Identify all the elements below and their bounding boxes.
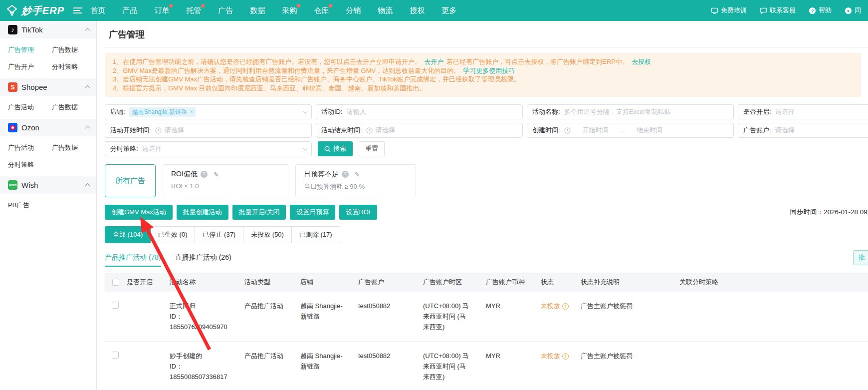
start-time-picker[interactable]: 活动开始时间: 请选择 bbox=[105, 123, 312, 138]
notice-line-1: 1、在使用广告管理功能之前，请确认您是否已经拥有广告账户。若没有，您可以点击去开… bbox=[113, 57, 853, 66]
nav-data[interactable]: 数据 bbox=[250, 6, 265, 15]
col-header-status-note: 状态补充说明 bbox=[581, 273, 679, 292]
status-tab-deleted[interactable]: 已删除 (17) bbox=[292, 226, 340, 243]
help-link[interactable]: ? 帮助 bbox=[809, 6, 832, 15]
create-gmv-max-button[interactable]: 创建GMV Max活动 bbox=[105, 205, 173, 220]
sync-link-clipped[interactable]: ♥ 同 bbox=[845, 6, 861, 15]
ozon-section-label: Ozon bbox=[21, 123, 82, 132]
range-separator: - bbox=[622, 127, 624, 134]
row-checkbox[interactable] bbox=[112, 302, 119, 309]
activity-id-input[interactable]: 活动ID: 请输入 bbox=[316, 104, 523, 119]
campaign-id-label: ID： bbox=[170, 363, 183, 370]
status-text: 未投放 bbox=[541, 351, 560, 361]
sidebar-section-tiktok[interactable]: ♪ TikTok bbox=[0, 21, 96, 38]
batch-toggle-button[interactable]: 批量开启/关闭 bbox=[232, 205, 286, 220]
filter-area: 店铺: 越南Shangjie-新链路× 活动ID: 请输入 活动名称: 多个用逗… bbox=[105, 104, 868, 138]
sidebar-section-ozon[interactable]: Ozon bbox=[0, 119, 96, 136]
svg-text:♥: ♥ bbox=[847, 8, 850, 13]
ad-account-filter[interactable]: 广告账户: 请选择 bbox=[738, 123, 868, 138]
campaign-id: 1855008507336817 bbox=[170, 372, 240, 382]
sync-time: 同步时间：2026-01-28 09:5 bbox=[790, 208, 868, 217]
notice-line-2: 2、GMV Max是最新的广告解决方案，通过同时利用自然流量和付费流量，来产生增… bbox=[113, 66, 853, 75]
nav-distribution[interactable]: 分销 bbox=[346, 6, 361, 15]
filter-row-3: 分时策略: 请选择 搜索 重置 bbox=[105, 141, 868, 156]
sync-label: 同 bbox=[855, 6, 861, 15]
nav-more[interactable]: 更多 bbox=[441, 6, 456, 15]
wish-section-label: Wish bbox=[21, 181, 82, 189]
nav-orders[interactable]: 订单 bbox=[154, 6, 169, 15]
nav-logistics[interactable]: 物流 bbox=[378, 6, 393, 15]
select-all-checkbox[interactable] bbox=[112, 279, 119, 286]
free-training-link[interactable]: 免费培训 bbox=[711, 6, 747, 15]
page-title: 广告管理 bbox=[109, 28, 868, 40]
clock-icon bbox=[366, 127, 373, 134]
sidebar-section-wish[interactable]: wish Wish bbox=[0, 176, 96, 194]
status-tab-active[interactable]: 已生效 (0) bbox=[151, 226, 196, 243]
nav-authorization[interactable]: 授权 bbox=[410, 6, 425, 15]
status-tab-all[interactable]: 全部 (104) bbox=[105, 226, 151, 243]
sidebar-item-pb-ads[interactable]: PB广告 bbox=[8, 197, 52, 214]
status-tab-not-delivering[interactable]: 未投放 (50) bbox=[243, 226, 292, 243]
nav-products[interactable]: 产品 bbox=[122, 6, 137, 15]
contact-support-link[interactable]: 联系客服 bbox=[760, 6, 796, 15]
end-time-picker[interactable]: 活动结束时间: 请选择 bbox=[316, 123, 523, 138]
set-roi-button[interactable]: 设置ROI bbox=[339, 205, 377, 220]
notice-line-1-text: 1、在使用广告管理功能之前，请确认您是否已经拥有广告账户。若没有，您可以点击去开… bbox=[113, 58, 421, 65]
shop-filter[interactable]: 店铺: 越南Shangjie-新链路× bbox=[105, 104, 312, 119]
campaign-name-cell: 妙手创建的 ID： 1855008507336817 bbox=[170, 342, 244, 390]
shop-cell: 越南 Shangjie-新链路 bbox=[300, 342, 358, 381]
nav-purchase[interactable]: 采购 bbox=[282, 6, 297, 15]
set-daily-budget-button[interactable]: 设置日预算 bbox=[290, 205, 335, 220]
activity-name-input[interactable]: 活动名称: 多个用逗号分隔，支持Excel复制粘贴 bbox=[527, 104, 734, 119]
nav-home[interactable]: 首页 bbox=[90, 6, 105, 15]
sidebar-item-shopee-campaigns[interactable]: 广告活动 bbox=[8, 99, 52, 116]
tag-close-icon[interactable]: × bbox=[190, 108, 193, 115]
reset-button[interactable]: 重置 bbox=[359, 141, 385, 156]
col-header-enabled: 是否开启 bbox=[127, 273, 170, 292]
low-roi-card[interactable]: ROI偏低?✎ ROI ≤ 1.0 bbox=[163, 164, 288, 197]
sidebar-item-ad-data[interactable]: 广告数据 bbox=[52, 41, 96, 58]
sidebar-item-shopee-ad-data[interactable]: 广告数据 bbox=[52, 99, 96, 116]
logo-text: 妙手ERP bbox=[21, 4, 64, 17]
all-ads-card[interactable]: 所有广告 bbox=[105, 164, 156, 197]
strategy-cell bbox=[679, 342, 868, 360]
enabled-filter[interactable]: 是否开启: 请选择 bbox=[738, 104, 868, 119]
nav-ads[interactable]: 广告 bbox=[218, 6, 233, 15]
edit-pencil-icon[interactable]: ✎ bbox=[214, 171, 219, 178]
low-budget-card[interactable]: 日预算不足?✎ 当日预算消耗 ≥ 90 % bbox=[295, 164, 416, 197]
create-time-start-placeholder: 开始时间 bbox=[583, 126, 609, 135]
status-tab-stopped[interactable]: 已停止 (37) bbox=[195, 226, 243, 243]
create-time-range-picker[interactable]: 创建时间: 开始时间 - 结束时间 bbox=[527, 123, 734, 138]
edit-pencil-icon[interactable]: ✎ bbox=[355, 171, 360, 178]
sidebar-item-time-strategy[interactable]: 分时策略 bbox=[52, 58, 96, 75]
nav-orders-label: 订单 bbox=[154, 6, 169, 14]
strategy-filter-placeholder: 请选择 bbox=[142, 144, 162, 153]
sidebar-item-ad-management[interactable]: 广告管理 bbox=[8, 41, 52, 58]
sidebar-item-ozon-ad-data[interactable]: 广告数据 bbox=[52, 139, 96, 156]
tab-live-promotion[interactable]: 直播推广活动 (26) bbox=[175, 253, 231, 267]
sidebar-item-ozon-campaigns[interactable]: 广告活动 bbox=[8, 139, 52, 156]
row-checkbox[interactable] bbox=[112, 352, 119, 359]
ozon-icon bbox=[8, 123, 17, 132]
chevron-down-icon bbox=[303, 109, 308, 114]
tab-product-promotion[interactable]: 产品推广活动 (78) bbox=[105, 253, 161, 267]
col-header-account: 广告账户 bbox=[358, 273, 423, 292]
shopee-section-label: Shopee bbox=[21, 83, 82, 91]
sidebar-item-ozon-time-strategy[interactable]: 分时策略 bbox=[8, 156, 52, 173]
nav-hosting[interactable]: 托管 bbox=[186, 6, 201, 15]
batch-button-clipped[interactable]: 批 bbox=[853, 250, 868, 265]
help-label: 帮助 bbox=[819, 6, 832, 15]
learn-more-link[interactable]: 学习更多使用技巧 bbox=[463, 67, 515, 74]
menu-icon[interactable] bbox=[73, 6, 82, 15]
authorize-link[interactable]: 去授权 bbox=[632, 58, 651, 65]
open-account-link[interactable]: 去开户 bbox=[424, 58, 443, 65]
logo[interactable]: 妙手ERP bbox=[6, 4, 64, 17]
search-button[interactable]: 搜索 bbox=[318, 141, 353, 156]
campaign-id: 1855076209405970 bbox=[170, 322, 240, 332]
sidebar-item-ad-account-opening[interactable]: 广告开户 bbox=[8, 58, 52, 75]
batch-create-button[interactable]: 批量创建活动 bbox=[177, 205, 228, 220]
sidebar-section-shopee[interactable]: S Shopee bbox=[0, 78, 96, 96]
nav-warehouse[interactable]: 仓库 bbox=[314, 6, 329, 15]
account-cell: test050882 bbox=[358, 342, 423, 370]
strategy-filter[interactable]: 分时策略: 请选择 bbox=[105, 141, 312, 156]
